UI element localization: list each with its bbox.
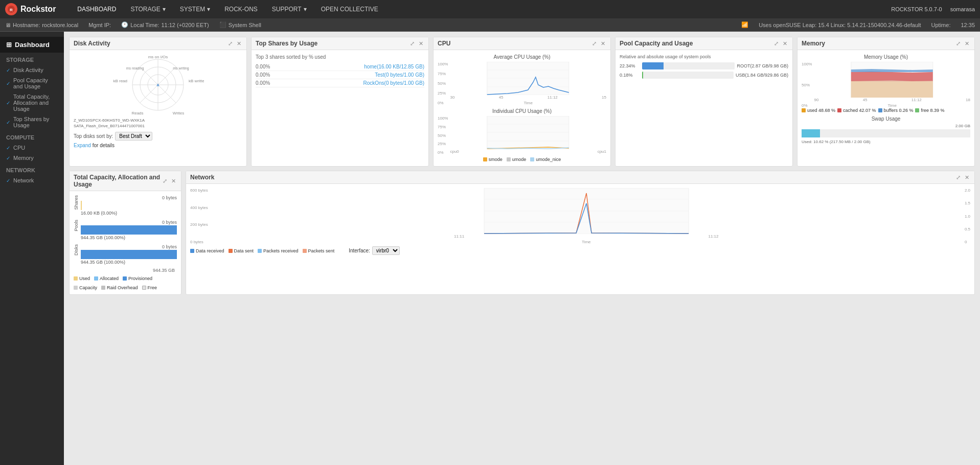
- disks-top-label: 0 bytes: [81, 244, 177, 249]
- legend-used: used 48.68 %: [802, 108, 835, 113]
- legend-cap-free: Free: [142, 285, 157, 290]
- network-x-labels: 11:11 11:12: [210, 234, 963, 239]
- hostname-label: Hostname:: [13, 22, 40, 28]
- time-info: 🕐 Local Time: 11:12 (+0200 EET): [121, 21, 209, 28]
- chevron-down-icon: ▾: [304, 6, 307, 13]
- check-icon: ✓: [6, 120, 10, 125]
- cpu-ind-chart: cpu0 cpu1: [450, 116, 606, 155]
- memory-legend: used 48.68 % cached 42.07 % buffers 0.26…: [802, 108, 970, 113]
- network-y-left: 600 bytes 400 bytes 200 bytes 0 bytes: [190, 188, 208, 244]
- sidebar-item-network[interactable]: ✓ Network: [0, 175, 64, 185]
- share-row-2: 0.00% RockOns(0 bytes/1.00 GB): [256, 79, 424, 87]
- nav-dashboard[interactable]: DASHBOARD: [71, 3, 122, 16]
- disk-activity-body: ms on I/Os kB read kB written Reads Writ…: [70, 50, 246, 152]
- nav-system[interactable]: SYSTEM ▾: [174, 3, 216, 16]
- legend-data-sent: Data sent: [229, 246, 254, 255]
- close-icon[interactable]: ✕: [782, 40, 788, 47]
- pools-bar: [81, 225, 177, 235]
- sidebar-pool-label: Pool Capacity and Usage: [13, 77, 58, 89]
- legend-cap-provisioned: Provisioned: [123, 276, 152, 281]
- expand-icon[interactable]: ⤢: [162, 178, 168, 184]
- top-shares-body: Top 3 shares sorted by % used 0.00% home…: [252, 50, 428, 91]
- time-value: 11:12 (+0200 EET): [161, 22, 209, 28]
- sidebar-item-pool-capacity[interactable]: ✓ Pool Capacity and Usage: [0, 75, 64, 91]
- pool-bar-fill-1: [642, 72, 643, 79]
- sidebar-memory-label: Memory: [13, 155, 34, 161]
- shares-top-label: 0 bytes: [81, 195, 177, 200]
- expand-icon[interactable]: ⤢: [955, 174, 962, 181]
- close-icon[interactable]: ✕: [964, 174, 970, 181]
- nav-open-collective[interactable]: OPEN COLLECTIVE: [315, 3, 384, 16]
- cpu-avg-title: Average CPU Usage (%): [438, 54, 606, 60]
- sidebar-item-top-shares[interactable]: ✓ Top Shares by Usage: [0, 114, 64, 130]
- compute-section-header: Compute: [0, 130, 64, 143]
- expand-icon[interactable]: ⤢: [773, 40, 780, 47]
- expand-icon[interactable]: ⤢: [227, 40, 234, 47]
- share-name-2: RockOns(0 bytes/1.00 GB): [363, 80, 425, 86]
- nav-items: DASHBOARD STORAGE ▾ SYSTEM ▾ ROCK-ONS SU…: [71, 3, 881, 16]
- hostname-value: rockstore.local: [42, 22, 78, 28]
- close-icon[interactable]: ✕: [964, 40, 970, 47]
- shell-label: System Shell: [229, 22, 261, 28]
- expand-link[interactable]: Expand: [74, 143, 91, 148]
- sidebar: ⊞ Dashboard Storage ✓ Disk Activity ✓ Po…: [0, 32, 64, 465]
- pool-capacity-body: Relative and absolute usage of system po…: [616, 50, 792, 85]
- memory-chart-title: Memory Usage (%): [802, 54, 970, 60]
- terminal-icon: ⬛: [219, 21, 226, 28]
- sidebar-item-cpu[interactable]: ✓ CPU: [0, 143, 64, 153]
- shares-vertical-label: Shares: [74, 195, 79, 210]
- main-content: Disk Activity ⤢ ✕: [64, 32, 980, 465]
- legend-cap-allocated: Allocated: [94, 276, 119, 281]
- close-icon[interactable]: ✕: [418, 40, 424, 47]
- legend-label-cached: cached 42.07 %: [843, 108, 876, 113]
- cpu-title: CPU: [438, 40, 450, 47]
- interface-select[interactable]: virbr0: [372, 246, 400, 255]
- sidebar-cpu-label: CPU: [13, 145, 25, 151]
- sidebar-item-total-capacity[interactable]: ✓ Total Capacity, Allocation and Usage: [0, 91, 64, 114]
- disk-name-2: SATA_Flash_Drive_B07144471007001: [74, 123, 242, 129]
- sidebar-item-disk-activity[interactable]: ✓ Disk Activity: [0, 65, 64, 75]
- cpu-avg-chart: 30 45 11:12 15 Time: [450, 62, 606, 105]
- check-icon: ✓: [6, 178, 10, 183]
- legend-packets-sent: Packets sent: [303, 246, 335, 255]
- close-icon[interactable]: ✕: [236, 40, 242, 47]
- cap-row-pools: Pools 0 bytes 944.35 GB (100.00%): [74, 220, 177, 240]
- widget-pool-capacity-header: Pool Capacity and Usage ⤢ ✕: [616, 37, 792, 50]
- nav-support[interactable]: SUPPORT ▾: [266, 3, 313, 16]
- legend-label-buffers: buffers 0.26 %: [884, 108, 914, 113]
- cap-axis-max: 944.35 GB: [74, 268, 177, 273]
- network-body: 600 bytes 400 bytes 200 bytes 0 bytes: [186, 184, 974, 261]
- pool-bar-1: [642, 72, 734, 79]
- uptime-value: 12:35: [961, 22, 975, 28]
- legend-label-cap-free: Free: [148, 285, 157, 290]
- pools-vertical-label: Pools: [74, 220, 79, 231]
- cpu-avg-chart-container: 100% 75% 50% 25% 0%: [438, 62, 606, 105]
- widget-total-capacity-header: Total Capacity, Allocation and Usage ⤢ ✕: [70, 171, 181, 191]
- close-icon[interactable]: ✕: [170, 178, 177, 184]
- sort-select[interactable]: Best Draft: [115, 132, 152, 141]
- chevron-down-icon: ▾: [207, 6, 210, 13]
- legend-dot-cap-used: [74, 276, 78, 281]
- brand-logo[interactable]: R Rockstor: [5, 3, 56, 15]
- legend-label-used: used 48.68 %: [807, 108, 835, 113]
- nav-rock-ons[interactable]: ROCK-ONS: [218, 3, 264, 16]
- close-icon[interactable]: ✕: [600, 40, 606, 47]
- memory-svg: [814, 62, 970, 98]
- disk-name-1: Z_WD10SPCX-60KHST0_WD-WXK1A: [74, 118, 242, 123]
- sidebar-item-memory[interactable]: ✓ Memory: [0, 153, 64, 163]
- widget-total-capacity: Total Capacity, Allocation and Usage ⤢ ✕…: [69, 171, 181, 295]
- disk-activity-title: Disk Activity: [74, 40, 110, 47]
- expand-icon[interactable]: ⤢: [409, 40, 416, 47]
- expand-icon[interactable]: ⤢: [955, 40, 962, 47]
- shell-info[interactable]: ⬛ System Shell: [219, 21, 261, 28]
- legend-dot-umode: [507, 157, 511, 161]
- legend-label-umode-nice: umode_nice: [536, 157, 561, 162]
- cpu-ind-y-labels: 100% 75% 50% 25% 0%: [438, 116, 449, 155]
- memory-y-labels: 100% 50% 0%: [802, 62, 813, 108]
- user-label: somarasa: [950, 6, 975, 12]
- network-section-header: Network: [0, 163, 64, 175]
- expand-icon[interactable]: ⤢: [591, 40, 598, 47]
- legend-label-smode: smode: [489, 157, 503, 162]
- nav-storage[interactable]: STORAGE ▾: [124, 3, 171, 16]
- legend-cap-raid: Raid Overhead: [101, 285, 138, 290]
